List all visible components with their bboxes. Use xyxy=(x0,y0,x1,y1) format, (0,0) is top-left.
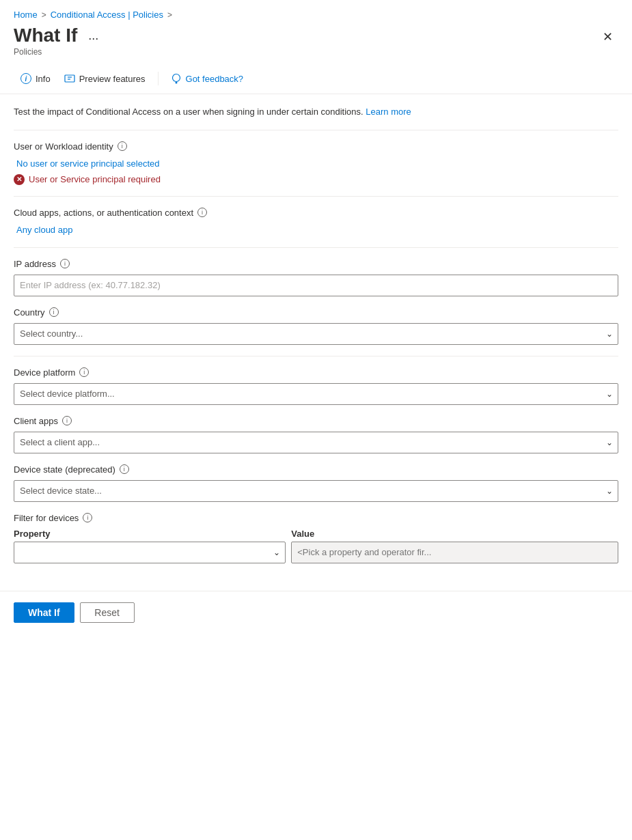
filter-header: Property Value xyxy=(14,529,618,539)
breadcrumb: Home > Conditional Access | Policies > xyxy=(0,0,632,23)
cloud-apps-info-icon[interactable]: i xyxy=(197,208,207,217)
user-identity-field: User or Workload identity i No user or s… xyxy=(14,141,618,185)
subtitle: Policies xyxy=(0,47,632,64)
ip-address-field: IP address i xyxy=(14,259,618,296)
client-apps-info-icon[interactable]: i xyxy=(62,416,72,425)
info-button[interactable]: i Info xyxy=(14,69,57,88)
breadcrumb-conditional-access[interactable]: Conditional Access | Policies xyxy=(51,10,163,20)
user-identity-info-icon[interactable]: i xyxy=(118,141,127,151)
error-row: ✕ User or Service principal required xyxy=(14,174,618,185)
filter-value-input xyxy=(291,542,618,563)
error-text: User or Service principal required xyxy=(29,174,161,184)
ip-address-label: IP address i xyxy=(14,259,618,269)
ip-address-input[interactable] xyxy=(14,275,618,296)
filter-property-select[interactable] xyxy=(14,542,286,563)
divider-4 xyxy=(14,356,618,356)
info-label: Info xyxy=(36,74,51,84)
filter-devices-field: Filter for devices i Property Value ⌄ xyxy=(14,513,618,563)
footer: What If Reset xyxy=(0,591,632,636)
filter-devices-info-icon[interactable]: i xyxy=(83,513,92,522)
divider-1 xyxy=(14,130,618,130)
country-info-icon[interactable]: i xyxy=(49,307,59,317)
divider-2 xyxy=(14,196,618,197)
device-state-select[interactable]: Select device state... xyxy=(14,480,618,502)
toolbar-divider xyxy=(158,72,159,85)
info-icon: i xyxy=(20,73,31,84)
breadcrumb-chevron-2: > xyxy=(167,10,172,20)
feedback-label: Got feedback? xyxy=(186,74,244,84)
client-apps-field: Client apps i Select a client app... ⌄ xyxy=(14,416,618,453)
svg-point-4 xyxy=(175,82,177,84)
learn-more-link[interactable]: Learn more xyxy=(366,107,411,117)
country-field: Country i Select country... ⌄ xyxy=(14,307,618,345)
close-button[interactable]: ✕ xyxy=(597,27,618,47)
what-if-button[interactable]: What If xyxy=(14,602,74,623)
cloud-apps-value[interactable]: Any cloud app xyxy=(14,223,618,236)
title-area: What If ... xyxy=(14,25,102,46)
filter-property-select-wrapper: ⌄ xyxy=(14,542,286,563)
country-select-wrapper: Select country... ⌄ xyxy=(14,323,618,345)
divider-3 xyxy=(14,247,618,248)
cloud-apps-label: Cloud apps, actions, or authentication c… xyxy=(14,208,618,218)
feedback-icon xyxy=(171,73,182,84)
client-apps-select[interactable]: Select a client app... xyxy=(14,432,618,453)
client-apps-label: Client apps i xyxy=(14,416,618,426)
device-platform-select-wrapper: Select device platform... ⌄ xyxy=(14,383,618,405)
feedback-button[interactable]: Got feedback? xyxy=(164,69,251,88)
country-select[interactable]: Select country... xyxy=(14,323,618,345)
device-platform-info-icon[interactable]: i xyxy=(79,367,89,377)
preview-features-label: Preview features xyxy=(79,74,146,84)
breadcrumb-chevron-1: > xyxy=(42,10,46,20)
filter-property-header: Property xyxy=(14,529,286,539)
reset-button[interactable]: Reset xyxy=(80,602,135,623)
device-platform-label: Device platform i xyxy=(14,367,618,378)
toolbar: i Info Preview features Got feedback? xyxy=(0,64,632,94)
svg-point-3 xyxy=(172,74,180,82)
breadcrumb-home[interactable]: Home xyxy=(14,10,38,20)
country-label: Country i xyxy=(14,307,618,318)
error-icon: ✕ xyxy=(14,174,25,185)
device-state-info-icon[interactable]: i xyxy=(120,464,129,474)
cloud-apps-field: Cloud apps, actions, or authentication c… xyxy=(14,208,618,236)
device-platform-select[interactable]: Select device platform... xyxy=(14,383,618,405)
device-state-label: Device state (deprecated) i xyxy=(14,464,618,475)
header-row: What If ... ✕ xyxy=(0,23,632,47)
svg-rect-0 xyxy=(65,75,74,82)
filter-value-header: Value xyxy=(291,529,618,539)
device-state-field: Device state (deprecated) i Select devic… xyxy=(14,464,618,502)
preview-icon xyxy=(64,73,75,84)
more-options-button[interactable]: ... xyxy=(84,27,102,44)
client-apps-select-wrapper: Select a client app... ⌄ xyxy=(14,432,618,453)
page-title: What If xyxy=(14,25,77,46)
content: Test the impact of Conditional Access on… xyxy=(0,94,632,585)
device-state-select-wrapper: Select device state... ⌄ xyxy=(14,480,618,502)
panel: Home > Conditional Access | Policies > W… xyxy=(0,0,632,840)
filter-devices-label: Filter for devices i xyxy=(14,513,618,523)
description-text: Test the impact of Conditional Access on… xyxy=(14,105,618,119)
user-identity-value[interactable]: No user or service principal selected xyxy=(14,157,618,170)
user-identity-label: User or Workload identity i xyxy=(14,141,618,152)
device-platform-field: Device platform i Select device platform… xyxy=(14,367,618,405)
filter-row: ⌄ xyxy=(14,542,618,563)
preview-features-button[interactable]: Preview features xyxy=(57,69,152,88)
ip-address-info-icon[interactable]: i xyxy=(60,259,70,268)
